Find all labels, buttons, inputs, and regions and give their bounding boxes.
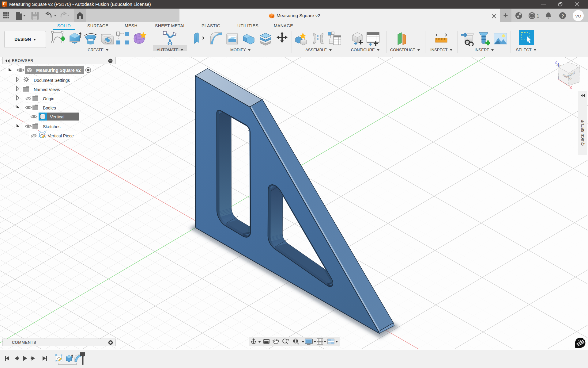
svg-text:Bodies: Bodies: [43, 105, 56, 110]
svg-text:X: X: [569, 85, 572, 90]
svg-text:VO: VO: [575, 14, 581, 18]
svg-text:Measuring Square v2: Measuring Square v2: [36, 68, 81, 73]
svg-text:F: F: [3, 2, 6, 6]
svg-text:Vertical: Vertical: [50, 114, 65, 119]
svg-text:Sketches: Sketches: [43, 124, 61, 129]
svg-text:Named Views: Named Views: [34, 87, 60, 92]
svg-text:Origin: Origin: [43, 96, 54, 101]
svg-text:1: 1: [537, 13, 539, 18]
svg-text:Vertical Piece: Vertical Piece: [48, 133, 74, 138]
svg-text:Z: Z: [555, 60, 558, 64]
svg-text:?: ?: [561, 13, 564, 18]
svg-text:FUS: FUS: [3, 6, 6, 7]
svg-text:Document Settings: Document Settings: [34, 78, 70, 83]
